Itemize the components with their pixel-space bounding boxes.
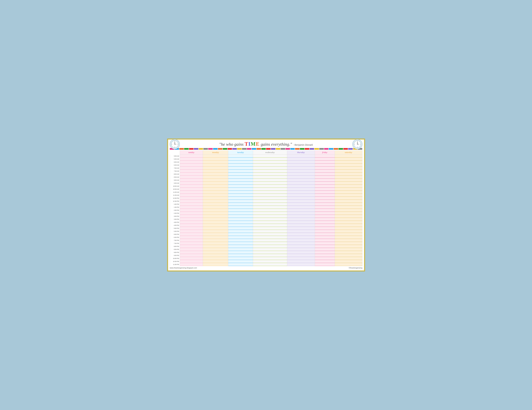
schedule-cell[interactable] xyxy=(228,236,253,239)
schedule-cell[interactable] xyxy=(203,227,228,230)
schedule-cell[interactable] xyxy=(335,182,362,185)
schedule-cell[interactable] xyxy=(180,185,203,188)
schedule-cell[interactable] xyxy=(315,251,335,254)
schedule-cell[interactable] xyxy=(203,164,228,167)
schedule-cell[interactable] xyxy=(287,209,315,212)
schedule-cell[interactable] xyxy=(203,176,228,179)
schedule-cell[interactable] xyxy=(228,179,253,182)
schedule-cell[interactable] xyxy=(253,203,287,206)
schedule-cell[interactable] xyxy=(180,239,203,242)
schedule-cell[interactable] xyxy=(315,212,335,215)
schedule-cell[interactable] xyxy=(287,161,315,164)
schedule-cell[interactable] xyxy=(335,236,362,239)
schedule-cell[interactable] xyxy=(335,212,362,215)
schedule-cell[interactable] xyxy=(335,206,362,209)
schedule-cell[interactable] xyxy=(335,179,362,182)
schedule-cell[interactable] xyxy=(253,248,287,251)
schedule-cell[interactable] xyxy=(253,179,287,182)
schedule-cell[interactable] xyxy=(180,161,203,164)
schedule-cell[interactable] xyxy=(335,170,362,173)
schedule-cell[interactable] xyxy=(203,260,228,263)
schedule-cell[interactable] xyxy=(287,179,315,182)
schedule-cell[interactable] xyxy=(253,197,287,200)
schedule-cell[interactable] xyxy=(180,167,203,170)
schedule-cell[interactable] xyxy=(253,194,287,197)
schedule-cell[interactable] xyxy=(253,173,287,176)
schedule-cell[interactable] xyxy=(228,227,253,230)
schedule-cell[interactable] xyxy=(228,164,253,167)
schedule-cell[interactable] xyxy=(315,236,335,239)
schedule-cell[interactable] xyxy=(180,194,203,197)
schedule-cell[interactable] xyxy=(287,164,315,167)
schedule-cell[interactable] xyxy=(287,236,315,239)
schedule-cell[interactable] xyxy=(180,233,203,236)
schedule-cell[interactable] xyxy=(335,203,362,206)
schedule-cell[interactable] xyxy=(315,209,335,212)
schedule-cell[interactable] xyxy=(253,158,287,161)
schedule-cell[interactable] xyxy=(228,161,253,164)
schedule-cell[interactable] xyxy=(315,254,335,257)
schedule-cell[interactable] xyxy=(228,221,253,224)
schedule-cell[interactable] xyxy=(228,233,253,236)
schedule-cell[interactable] xyxy=(335,154,362,158)
schedule-cell[interactable] xyxy=(315,206,335,209)
schedule-cell[interactable] xyxy=(315,242,335,245)
schedule-cell[interactable] xyxy=(335,197,362,200)
schedule-cell[interactable] xyxy=(203,218,228,221)
schedule-cell[interactable] xyxy=(253,236,287,239)
schedule-cell[interactable] xyxy=(203,233,228,236)
schedule-cell[interactable] xyxy=(315,260,335,263)
schedule-cell[interactable] xyxy=(287,257,315,260)
schedule-cell[interactable] xyxy=(228,200,253,203)
schedule-cell[interactable] xyxy=(335,188,362,191)
schedule-cell[interactable] xyxy=(287,182,315,185)
schedule-cell[interactable] xyxy=(253,212,287,215)
schedule-cell[interactable] xyxy=(287,245,315,248)
schedule-cell[interactable] xyxy=(228,242,253,245)
schedule-cell[interactable] xyxy=(253,191,287,194)
schedule-cell[interactable] xyxy=(253,218,287,221)
schedule-cell[interactable] xyxy=(180,176,203,179)
schedule-cell[interactable] xyxy=(253,188,287,191)
schedule-cell[interactable] xyxy=(180,164,203,167)
schedule-cell[interactable] xyxy=(315,257,335,260)
schedule-cell[interactable] xyxy=(180,227,203,230)
schedule-cell[interactable] xyxy=(228,230,253,233)
schedule-cell[interactable] xyxy=(180,245,203,248)
schedule-cell[interactable] xyxy=(203,224,228,227)
schedule-cell[interactable] xyxy=(253,233,287,236)
schedule-cell[interactable] xyxy=(315,263,335,266)
schedule-cell[interactable] xyxy=(228,212,253,215)
schedule-cell[interactable] xyxy=(315,248,335,251)
schedule-cell[interactable] xyxy=(228,176,253,179)
schedule-cell[interactable] xyxy=(228,206,253,209)
schedule-cell[interactable] xyxy=(315,230,335,233)
schedule-cell[interactable] xyxy=(228,173,253,176)
schedule-cell[interactable] xyxy=(203,173,228,176)
schedule-cell[interactable] xyxy=(203,245,228,248)
schedule-cell[interactable] xyxy=(180,248,203,251)
schedule-cell[interactable] xyxy=(335,233,362,236)
schedule-cell[interactable] xyxy=(315,164,335,167)
schedule-cell[interactable] xyxy=(203,185,228,188)
schedule-cell[interactable] xyxy=(180,173,203,176)
schedule-cell[interactable] xyxy=(180,197,203,200)
schedule-cell[interactable] xyxy=(228,170,253,173)
schedule-cell[interactable] xyxy=(228,197,253,200)
schedule-cell[interactable] xyxy=(253,245,287,248)
schedule-cell[interactable] xyxy=(253,185,287,188)
schedule-cell[interactable] xyxy=(335,260,362,263)
schedule-cell[interactable] xyxy=(180,251,203,254)
schedule-cell[interactable] xyxy=(203,203,228,206)
schedule-cell[interactable] xyxy=(335,209,362,212)
schedule-cell[interactable] xyxy=(228,248,253,251)
schedule-cell[interactable] xyxy=(253,170,287,173)
schedule-cell[interactable] xyxy=(203,194,228,197)
schedule-cell[interactable] xyxy=(180,230,203,233)
schedule-cell[interactable] xyxy=(253,164,287,167)
schedule-cell[interactable] xyxy=(335,158,362,161)
schedule-cell[interactable] xyxy=(287,188,315,191)
schedule-cell[interactable] xyxy=(228,263,253,266)
schedule-cell[interactable] xyxy=(287,260,315,263)
schedule-cell[interactable] xyxy=(180,221,203,224)
